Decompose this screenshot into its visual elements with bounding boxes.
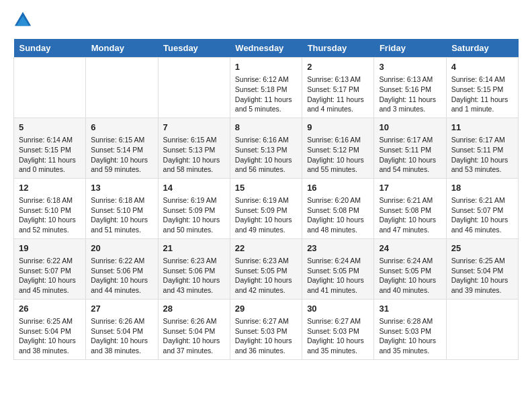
logo — [13, 13, 35, 32]
day-number: 16 — [307, 182, 369, 194]
calendar-cell: 23Sunrise: 6:24 AM Sunset: 5:05 PM Dayli… — [302, 238, 374, 299]
day-number: 22 — [235, 242, 297, 255]
cell-daylight-info: Sunrise: 6:23 AM Sunset: 5:06 PM Dayligh… — [163, 256, 225, 295]
column-header-monday: Monday — [86, 39, 158, 58]
cell-daylight-info: Sunrise: 6:21 AM Sunset: 5:07 PM Dayligh… — [451, 195, 513, 235]
cell-daylight-info: Sunrise: 6:15 AM Sunset: 5:14 PM Dayligh… — [91, 135, 152, 175]
calendar-cell: 29Sunrise: 6:27 AM Sunset: 5:03 PM Dayli… — [230, 299, 302, 359]
cell-daylight-info: Sunrise: 6:13 AM Sunset: 5:16 PM Dayligh… — [379, 75, 441, 114]
calendar-week-row: 19Sunrise: 6:22 AM Sunset: 5:07 PM Dayli… — [14, 238, 519, 299]
day-number: 17 — [379, 182, 441, 194]
day-number: 4 — [451, 61, 513, 73]
calendar-cell: 22Sunrise: 6:23 AM Sunset: 5:05 PM Dayli… — [230, 238, 302, 299]
calendar-cell: 25Sunrise: 6:25 AM Sunset: 5:04 PM Dayli… — [446, 238, 518, 299]
calendar-week-row: 1Sunrise: 6:12 AM Sunset: 5:18 PM Daylig… — [14, 58, 519, 118]
cell-daylight-info: Sunrise: 6:20 AM Sunset: 5:08 PM Dayligh… — [307, 195, 369, 235]
cell-daylight-info: Sunrise: 6:27 AM Sunset: 5:03 PM Dayligh… — [307, 316, 369, 356]
calendar-cell: 8Sunrise: 6:16 AM Sunset: 5:13 PM Daylig… — [230, 118, 302, 178]
cell-daylight-info: Sunrise: 6:16 AM Sunset: 5:12 PM Dayligh… — [307, 135, 369, 175]
cell-daylight-info: Sunrise: 6:16 AM Sunset: 5:13 PM Dayligh… — [235, 135, 297, 175]
calendar-cell: 19Sunrise: 6:22 AM Sunset: 5:07 PM Dayli… — [14, 238, 86, 299]
calendar-cell: 15Sunrise: 6:19 AM Sunset: 5:09 PM Dayli… — [230, 178, 302, 238]
column-header-tuesday: Tuesday — [158, 39, 230, 58]
cell-daylight-info: Sunrise: 6:28 AM Sunset: 5:03 PM Dayligh… — [379, 316, 441, 356]
day-number: 28 — [163, 303, 225, 315]
calendar-cell: 16Sunrise: 6:20 AM Sunset: 5:08 PM Dayli… — [302, 178, 374, 238]
day-number: 11 — [451, 122, 513, 134]
calendar-cell: 13Sunrise: 6:18 AM Sunset: 5:10 PM Dayli… — [86, 178, 158, 238]
calendar-cell: 27Sunrise: 6:26 AM Sunset: 5:04 PM Dayli… — [86, 299, 158, 359]
day-number: 9 — [307, 122, 369, 134]
cell-daylight-info: Sunrise: 6:26 AM Sunset: 5:04 PM Dayligh… — [163, 316, 225, 356]
calendar-cell: 7Sunrise: 6:15 AM Sunset: 5:13 PM Daylig… — [158, 118, 230, 178]
day-number: 31 — [379, 303, 441, 315]
column-header-thursday: Thursday — [302, 39, 374, 58]
day-number: 10 — [379, 122, 441, 134]
calendar-cell — [446, 299, 518, 359]
cell-daylight-info: Sunrise: 6:26 AM Sunset: 5:04 PM Dayligh… — [91, 316, 152, 356]
cell-daylight-info: Sunrise: 6:27 AM Sunset: 5:03 PM Dayligh… — [235, 316, 297, 356]
cell-daylight-info: Sunrise: 6:14 AM Sunset: 5:15 PM Dayligh… — [19, 135, 81, 175]
calendar-cell: 2Sunrise: 6:13 AM Sunset: 5:17 PM Daylig… — [302, 58, 374, 118]
cell-daylight-info: Sunrise: 6:14 AM Sunset: 5:15 PM Dayligh… — [451, 75, 513, 114]
cell-daylight-info: Sunrise: 6:12 AM Sunset: 5:18 PM Dayligh… — [235, 75, 297, 114]
day-number: 7 — [163, 122, 225, 134]
calendar-cell: 28Sunrise: 6:26 AM Sunset: 5:04 PM Dayli… — [158, 299, 230, 359]
day-number: 27 — [91, 303, 152, 315]
calendar-cell: 30Sunrise: 6:27 AM Sunset: 5:03 PM Dayli… — [302, 299, 374, 359]
cell-daylight-info: Sunrise: 6:22 AM Sunset: 5:07 PM Dayligh… — [19, 256, 81, 295]
day-number: 5 — [19, 122, 81, 134]
cell-daylight-info: Sunrise: 6:15 AM Sunset: 5:13 PM Dayligh… — [163, 135, 225, 175]
calendar-cell — [158, 58, 230, 118]
calendar-cell: 26Sunrise: 6:25 AM Sunset: 5:04 PM Dayli… — [14, 299, 86, 359]
calendar-cell — [86, 58, 158, 118]
calendar-cell: 31Sunrise: 6:28 AM Sunset: 5:03 PM Dayli… — [374, 299, 446, 359]
cell-daylight-info: Sunrise: 6:25 AM Sunset: 5:04 PM Dayligh… — [451, 256, 513, 295]
calendar-cell: 17Sunrise: 6:21 AM Sunset: 5:08 PM Dayli… — [374, 178, 446, 238]
cell-daylight-info: Sunrise: 6:24 AM Sunset: 5:05 PM Dayligh… — [379, 256, 441, 295]
day-number: 13 — [91, 182, 152, 194]
calendar-cell: 5Sunrise: 6:14 AM Sunset: 5:15 PM Daylig… — [14, 118, 86, 178]
day-number: 24 — [379, 242, 441, 255]
calendar-cell: 11Sunrise: 6:17 AM Sunset: 5:11 PM Dayli… — [446, 118, 518, 178]
calendar-cell: 24Sunrise: 6:24 AM Sunset: 5:05 PM Dayli… — [374, 238, 446, 299]
day-number: 12 — [19, 182, 81, 194]
cell-daylight-info: Sunrise: 6:22 AM Sunset: 5:06 PM Dayligh… — [91, 256, 152, 295]
calendar-week-row: 5Sunrise: 6:14 AM Sunset: 5:15 PM Daylig… — [14, 118, 519, 178]
calendar-cell: 18Sunrise: 6:21 AM Sunset: 5:07 PM Dayli… — [446, 178, 518, 238]
calendar-cell: 20Sunrise: 6:22 AM Sunset: 5:06 PM Dayli… — [86, 238, 158, 299]
calendar-header-row: SundayMondayTuesdayWednesdayThursdayFrid… — [14, 39, 519, 58]
day-number: 26 — [19, 303, 81, 315]
cell-daylight-info: Sunrise: 6:17 AM Sunset: 5:11 PM Dayligh… — [451, 135, 513, 175]
day-number: 8 — [235, 122, 297, 134]
day-number: 19 — [19, 242, 81, 255]
calendar-week-row: 26Sunrise: 6:25 AM Sunset: 5:04 PM Dayli… — [14, 299, 519, 359]
cell-daylight-info: Sunrise: 6:25 AM Sunset: 5:04 PM Dayligh… — [19, 316, 81, 356]
day-number: 20 — [91, 242, 152, 255]
cell-daylight-info: Sunrise: 6:21 AM Sunset: 5:08 PM Dayligh… — [379, 195, 441, 235]
day-number: 15 — [235, 182, 297, 194]
cell-daylight-info: Sunrise: 6:13 AM Sunset: 5:17 PM Dayligh… — [307, 75, 369, 114]
day-number: 23 — [307, 242, 369, 255]
calendar-cell: 21Sunrise: 6:23 AM Sunset: 5:06 PM Dayli… — [158, 238, 230, 299]
page-header — [13, 13, 519, 32]
column-header-saturday: Saturday — [446, 39, 518, 58]
day-number: 3 — [379, 61, 441, 73]
logo-icon — [13, 11, 32, 30]
column-header-friday: Friday — [374, 39, 446, 58]
cell-daylight-info: Sunrise: 6:19 AM Sunset: 5:09 PM Dayligh… — [235, 195, 297, 235]
calendar-week-row: 12Sunrise: 6:18 AM Sunset: 5:10 PM Dayli… — [14, 178, 519, 238]
calendar-cell: 14Sunrise: 6:19 AM Sunset: 5:09 PM Dayli… — [158, 178, 230, 238]
cell-daylight-info: Sunrise: 6:18 AM Sunset: 5:10 PM Dayligh… — [91, 195, 152, 235]
column-header-sunday: Sunday — [14, 39, 86, 58]
column-header-wednesday: Wednesday — [230, 39, 302, 58]
calendar-cell: 10Sunrise: 6:17 AM Sunset: 5:11 PM Dayli… — [374, 118, 446, 178]
cell-daylight-info: Sunrise: 6:19 AM Sunset: 5:09 PM Dayligh… — [163, 195, 225, 235]
calendar-cell: 12Sunrise: 6:18 AM Sunset: 5:10 PM Dayli… — [14, 178, 86, 238]
day-number: 2 — [307, 61, 369, 73]
day-number: 18 — [451, 182, 513, 194]
calendar-cell: 3Sunrise: 6:13 AM Sunset: 5:16 PM Daylig… — [374, 58, 446, 118]
cell-daylight-info: Sunrise: 6:24 AM Sunset: 5:05 PM Dayligh… — [307, 256, 369, 295]
cell-daylight-info: Sunrise: 6:23 AM Sunset: 5:05 PM Dayligh… — [235, 256, 297, 295]
calendar-cell: 6Sunrise: 6:15 AM Sunset: 5:14 PM Daylig… — [86, 118, 158, 178]
